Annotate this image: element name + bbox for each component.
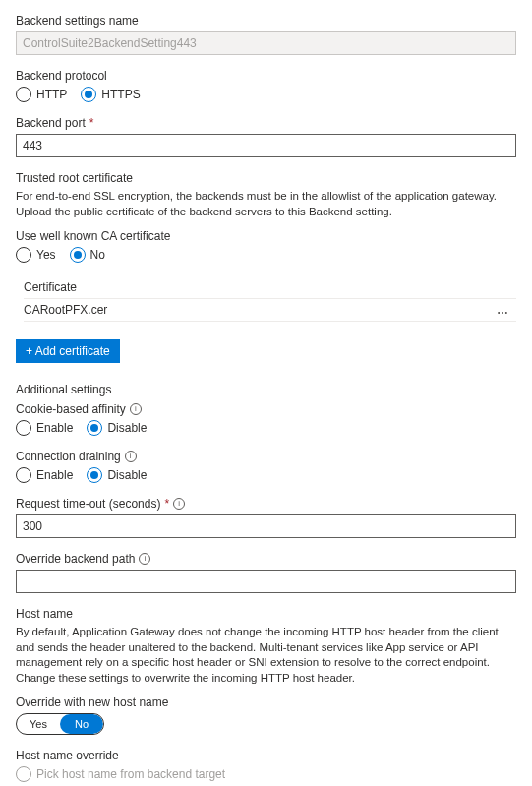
radio-label: Enable: [36, 421, 73, 435]
protocol-label: Backend protocol: [16, 69, 516, 83]
radio-label: Pick host name from backend target: [36, 767, 225, 781]
info-icon[interactable]: i: [125, 451, 137, 462]
radio-icon: [16, 766, 31, 782]
settings-name-label: Backend settings name: [16, 14, 516, 28]
cert-column-header: Certificate: [24, 276, 516, 298]
radio-icon: [81, 87, 96, 102]
draining-disable-radio[interactable]: Disable: [87, 467, 147, 483]
add-certificate-button[interactable]: + Add certificate: [16, 339, 120, 363]
cookie-disable-radio[interactable]: Disable: [87, 420, 147, 436]
cert-row: CARootPFX.cer …: [24, 298, 516, 322]
info-icon[interactable]: i: [139, 553, 150, 565]
radio-label: Yes: [36, 248, 56, 262]
wellknown-yes-radio[interactable]: Yes: [16, 247, 56, 263]
radio-icon: [16, 247, 31, 263]
timeout-input[interactable]: [16, 514, 516, 538]
port-input[interactable]: [16, 134, 516, 157]
trusted-cert-desc: For end-to-end SSL encryption, the backe…: [16, 189, 516, 219]
wellknown-no-radio[interactable]: No: [70, 247, 105, 263]
cert-more-icon[interactable]: …: [497, 303, 510, 317]
port-label: Backend port*: [16, 116, 516, 130]
radio-label: Disable: [107, 468, 147, 482]
draining-label: Connection draining i: [16, 450, 516, 463]
override-path-input[interactable]: [16, 570, 516, 593]
pick-from-backend-radio: Pick host name from backend target: [16, 766, 516, 782]
radio-icon: [87, 467, 102, 483]
protocol-http-radio[interactable]: HTTP: [16, 87, 67, 102]
draining-enable-radio[interactable]: Enable: [16, 467, 73, 483]
radio-label: HTTPS: [101, 88, 140, 101]
additional-heading: Additional settings: [16, 383, 516, 396]
radio-icon: [16, 467, 31, 483]
trusted-cert-heading: Trusted root certificate: [16, 171, 516, 185]
hostname-heading: Host name: [16, 607, 516, 621]
hostname-desc: By default, Application Gateway does not…: [16, 625, 516, 686]
protocol-https-radio[interactable]: HTTPS: [81, 87, 140, 102]
hostname-override-label: Host name override: [16, 749, 516, 762]
radio-icon: [87, 420, 102, 436]
cookie-affinity-label: Cookie-based affinity i: [16, 402, 516, 416]
wellknown-ca-label: Use well known CA certificate: [16, 229, 516, 243]
radio-label: Enable: [36, 468, 73, 482]
timeout-label: Request time-out (seconds) * i: [16, 497, 516, 511]
settings-name-input: [16, 31, 516, 55]
override-new-label: Override with new host name: [16, 695, 516, 709]
radio-label: HTTP: [36, 88, 67, 101]
override-new-toggle[interactable]: Yes No: [16, 713, 104, 735]
cert-name: CARootPFX.cer: [24, 303, 107, 317]
radio-icon: [70, 247, 86, 263]
toggle-yes[interactable]: Yes: [17, 714, 60, 734]
info-icon[interactable]: i: [130, 403, 142, 415]
radio-label: Disable: [107, 421, 147, 435]
radio-icon: [16, 420, 31, 436]
cookie-enable-radio[interactable]: Enable: [16, 420, 73, 436]
override-path-label: Override backend path i: [16, 552, 516, 566]
info-icon[interactable]: i: [173, 498, 185, 510]
radio-icon: [16, 87, 31, 102]
radio-label: No: [90, 248, 105, 262]
toggle-no[interactable]: No: [60, 714, 103, 734]
